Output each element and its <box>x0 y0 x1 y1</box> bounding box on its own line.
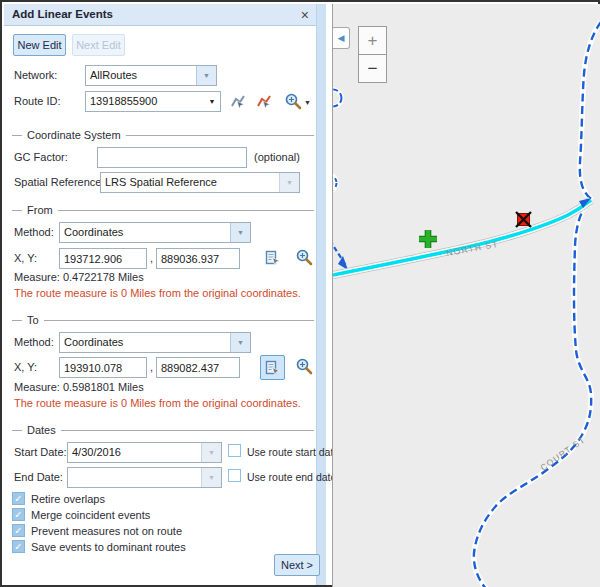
save-events-dominant-checkbox[interactable]: ✓ <box>12 540 25 553</box>
to-method-value: Coordinates <box>60 333 230 352</box>
zoom-out-button[interactable]: − <box>358 54 387 83</box>
to-measure-text: Measure: 0.5981801 Miles <box>14 381 144 393</box>
from-legend: From <box>12 203 314 217</box>
network-label: Network: <box>14 69 57 81</box>
map-view[interactable]: NORTH ST COURT ST ◀ + − <box>332 4 600 587</box>
end-date-dropdown[interactable]: ▼ <box>67 467 222 488</box>
use-route-start-date-label: Use route start date <box>247 446 339 458</box>
spatial-reference-dropdown: LRS Spatial Reference ▼ <box>100 172 300 193</box>
check-icon: ✓ <box>14 525 22 536</box>
network-dropdown[interactable]: AllRoutes ▼ <box>85 65 217 86</box>
zoom-in-button[interactable]: + <box>358 26 387 55</box>
dashed-connector-arrow <box>333 240 348 270</box>
next-edit-button: Next Edit <box>72 34 125 56</box>
prevent-measures-checkbox[interactable]: ✓ <box>12 524 25 537</box>
from-xy-separator: , <box>150 252 153 264</box>
to-pick-location-icon[interactable] <box>260 355 285 380</box>
minus-icon: − <box>368 59 378 79</box>
highlighted-route[interactable] <box>333 198 591 275</box>
collapse-panel-button[interactable]: ◀ <box>333 27 350 49</box>
merge-coincident-events-label: Merge coincident events <box>31 509 150 521</box>
to-x-input[interactable] <box>59 357 147 378</box>
start-date-label: Start Date: <box>14 446 67 458</box>
network-value: AllRoutes <box>86 66 196 85</box>
to-legend-text: To <box>27 314 39 326</box>
from-method-value: Coordinates <box>60 223 230 242</box>
new-edit-button[interactable]: New Edit <box>13 34 66 56</box>
from-y-input[interactable] <box>156 248 240 269</box>
check-icon: ✓ <box>14 541 22 552</box>
dashed-loop-road <box>333 90 342 192</box>
spatial-reference-label: Spatial Reference: <box>14 176 105 188</box>
from-point-marker-icon[interactable] <box>419 230 437 248</box>
to-zoom-icon[interactable] <box>295 357 313 375</box>
from-pick-location-icon[interactable] <box>262 247 283 268</box>
route-id-combo[interactable]: 13918855900 ▼ <box>85 91 221 112</box>
to-y-input[interactable] <box>156 357 240 378</box>
use-route-start-date-checkbox[interactable] <box>228 444 241 457</box>
chevron-down-icon[interactable]: ▼ <box>204 92 220 111</box>
zoom-options-caret-icon[interactable]: ▼ <box>304 99 311 106</box>
to-warning-text: The route measure is 0 Miles from the or… <box>14 397 301 409</box>
to-xy-separator: , <box>150 361 153 373</box>
to-method-label: Method: <box>14 336 54 348</box>
from-legend-text: From <box>27 204 53 216</box>
chevron-down-icon: ▼ <box>279 173 299 192</box>
close-icon[interactable]: × <box>301 6 309 24</box>
select-route-on-map-icon[interactable] <box>255 93 273 111</box>
to-point-marker-icon[interactable] <box>516 212 531 227</box>
collapse-left-icon: ◀ <box>338 33 345 43</box>
route-id-label: Route ID: <box>14 95 60 107</box>
retire-overlaps-checkbox[interactable]: ✓ <box>12 492 25 505</box>
check-icon: ✓ <box>14 509 22 520</box>
dates-legend: Dates <box>12 423 314 437</box>
panel-title: Add Linear Events <box>12 8 113 20</box>
use-route-end-date-checkbox[interactable] <box>228 469 241 482</box>
from-zoom-icon[interactable] <box>295 248 313 266</box>
plus-icon: + <box>368 31 378 51</box>
next-button[interactable]: Next > <box>274 554 320 576</box>
from-method-label: Method: <box>14 226 54 238</box>
from-xy-label: X, Y: <box>14 252 37 264</box>
dates-legend-text: Dates <box>27 424 56 436</box>
spatial-reference-value: LRS Spatial Reference <box>101 173 279 192</box>
start-date-dropdown[interactable]: 4/30/2016 ▼ <box>67 442 222 463</box>
merge-coincident-events-checkbox[interactable]: ✓ <box>12 508 25 521</box>
map-zoom-control: + − <box>358 26 387 83</box>
gc-factor-label: GC Factor: <box>14 151 68 163</box>
to-legend: To <box>12 313 314 327</box>
to-method-dropdown[interactable]: Coordinates ▼ <box>59 332 251 353</box>
street-label-north-st: NORTH ST <box>446 239 500 258</box>
chevron-down-icon[interactable]: ▼ <box>201 468 221 487</box>
gc-factor-input[interactable] <box>97 147 247 168</box>
map-canvas: NORTH ST COURT ST <box>333 4 600 587</box>
retire-overlaps-label: Retire overlaps <box>31 493 105 505</box>
from-measure-text: Measure: 0.4722178 Miles <box>14 271 144 283</box>
use-route-end-date-label: Use route end date <box>247 471 336 483</box>
end-date-label: End Date: <box>14 471 63 483</box>
chevron-down-icon[interactable]: ▼ <box>230 223 250 242</box>
panel-scroll-strip[interactable] <box>316 4 326 585</box>
zoom-to-route-icon[interactable] <box>284 92 302 110</box>
coordinate-system-legend: Coordinate System <box>12 128 314 142</box>
add-linear-events-panel: Add Linear Events × New Edit Next Edit N… <box>4 4 326 585</box>
select-route-icon[interactable] <box>229 93 247 111</box>
chevron-down-icon[interactable]: ▼ <box>201 443 221 462</box>
from-warning-text: The route measure is 0 Miles from the or… <box>14 287 301 299</box>
end-date-value <box>68 468 201 487</box>
dashed-route-road <box>474 22 600 587</box>
from-x-input[interactable] <box>59 248 147 269</box>
street-label-court-st: COURT ST <box>538 434 587 472</box>
start-date-value: 4/30/2016 <box>68 443 201 462</box>
prevent-measures-label: Prevent measures not on route <box>31 525 182 537</box>
app-frame: Add Linear Events × New Edit Next Edit N… <box>0 0 600 587</box>
chevron-down-icon[interactable]: ▼ <box>196 66 216 85</box>
chevron-down-icon[interactable]: ▼ <box>230 333 250 352</box>
route-id-value: 13918855900 <box>86 92 204 111</box>
gc-factor-optional-note: (optional) <box>254 151 300 163</box>
from-method-dropdown[interactable]: Coordinates ▼ <box>59 222 251 243</box>
save-events-dominant-label: Save events to dominant routes <box>31 541 186 553</box>
check-icon: ✓ <box>14 493 22 504</box>
coordinate-system-legend-text: Coordinate System <box>27 129 121 141</box>
to-xy-label: X, Y: <box>14 361 37 373</box>
